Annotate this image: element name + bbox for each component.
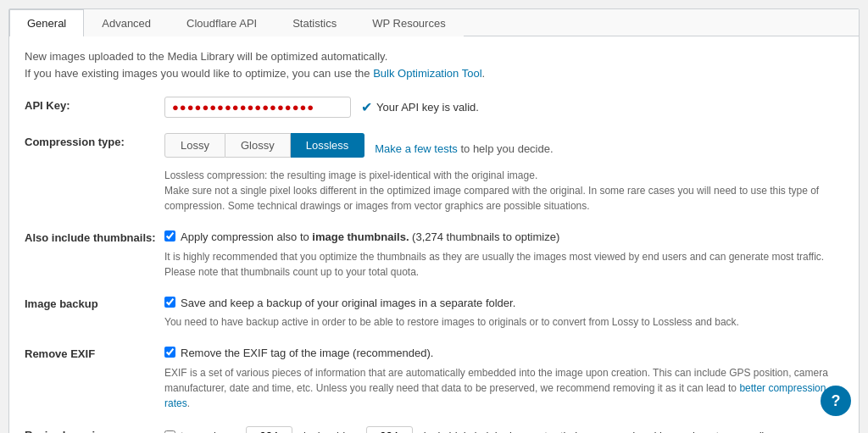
tab-advanced[interactable]: Advanced xyxy=(84,9,169,36)
tab-wp-resources[interactable]: WP Resources xyxy=(354,9,463,36)
compression-row: Compression type: Lossy Glossy Lossless … xyxy=(25,130,843,214)
intro-text: New images uploaded to the Media Library… xyxy=(25,48,843,81)
compression-glossy-btn[interactable]: Glossy xyxy=(225,133,291,158)
backup-checkbox[interactable] xyxy=(164,297,175,308)
thumbnails-row: Also include thumbnails: Apply compressi… xyxy=(25,225,843,280)
tab-bar: General Advanced Cloudflare API Statisti… xyxy=(9,9,859,36)
exif-checkbox[interactable] xyxy=(164,347,175,358)
exif-row: Remove EXIF Remove the EXIF tag of the i… xyxy=(25,341,843,411)
api-key-row: API Key: ✔ Your API key is valid. xyxy=(25,93,843,118)
thumbnails-control: Apply compression also to image thumbnai… xyxy=(164,229,843,280)
thumbnails-label: Also include thumbnails: xyxy=(25,229,164,244)
resize-row: Resize large images to maximum pixels wi… xyxy=(25,423,843,434)
main-content: New images uploaded to the Media Library… xyxy=(9,36,859,433)
compression-label: Compression type: xyxy=(25,133,164,148)
compression-lossless-btn[interactable]: Lossless xyxy=(291,133,365,158)
bulk-optimization-link[interactable]: Bulk Optimization Tool xyxy=(373,67,481,80)
exif-control: Remove the EXIF tag of the image (recomm… xyxy=(164,345,843,411)
api-key-label: API Key: xyxy=(25,97,164,112)
thumbnails-checkbox[interactable] xyxy=(164,230,175,241)
resize-label: Resize large images xyxy=(25,426,164,434)
backup-sub: You need to have backup active in order … xyxy=(164,314,843,330)
resize-width-input[interactable] xyxy=(246,426,292,434)
compression-test-link[interactable]: Make a few tests xyxy=(375,142,458,155)
thumbnails-text: Apply compression also to image thumbnai… xyxy=(181,229,559,246)
api-key-input[interactable] xyxy=(164,97,351,118)
exif-text: Remove the EXIF tag of the image (recomm… xyxy=(181,345,433,362)
tab-general[interactable]: General xyxy=(9,9,84,36)
exif-sub: EXIF is a set of various pieces of infor… xyxy=(164,365,843,411)
backup-text: Save and keep a backup of your original … xyxy=(181,295,515,312)
compression-desc: Lossless compression: the resulting imag… xyxy=(164,168,843,214)
backup-row: Image backup Save and keep a backup of y… xyxy=(25,291,843,330)
backup-control: Save and keep a backup of your original … xyxy=(164,295,843,330)
exif-label: Remove EXIF xyxy=(25,345,164,360)
compression-buttons: Lossy Glossy Lossless xyxy=(164,133,364,158)
backup-checkbox-line: Save and keep a backup of your original … xyxy=(164,295,843,312)
api-key-control: ✔ Your API key is valid. xyxy=(164,97,843,118)
tab-cloudflare[interactable]: Cloudflare API xyxy=(169,9,275,36)
api-valid-indicator: ✔ Your API key is valid. xyxy=(361,99,479,115)
resize-height-input[interactable] xyxy=(366,426,413,434)
compression-help: Make a few tests to help you decide. xyxy=(375,142,553,155)
compression-lossy-btn[interactable]: Lossy xyxy=(164,133,225,158)
thumbnails-checkbox-line: Apply compression also to image thumbnai… xyxy=(164,229,843,246)
backup-label: Image backup xyxy=(25,295,164,310)
resize-control: to maximum pixels wide × pixels high (or… xyxy=(164,426,843,434)
resize-checkbox[interactable] xyxy=(164,430,175,434)
checkmark-icon: ✔ xyxy=(361,99,372,115)
help-bubble[interactable]: ? xyxy=(821,386,851,416)
resize-inputs: to maximum pixels wide × pixels high (or… xyxy=(164,426,843,434)
thumbnails-sub: It is highly recommended that you optimi… xyxy=(164,249,843,280)
compression-control: Lossy Glossy Lossless Make a few tests t… xyxy=(164,133,843,214)
tab-statistics[interactable]: Statistics xyxy=(275,9,354,36)
exif-checkbox-line: Remove the EXIF tag of the image (recomm… xyxy=(164,345,843,362)
